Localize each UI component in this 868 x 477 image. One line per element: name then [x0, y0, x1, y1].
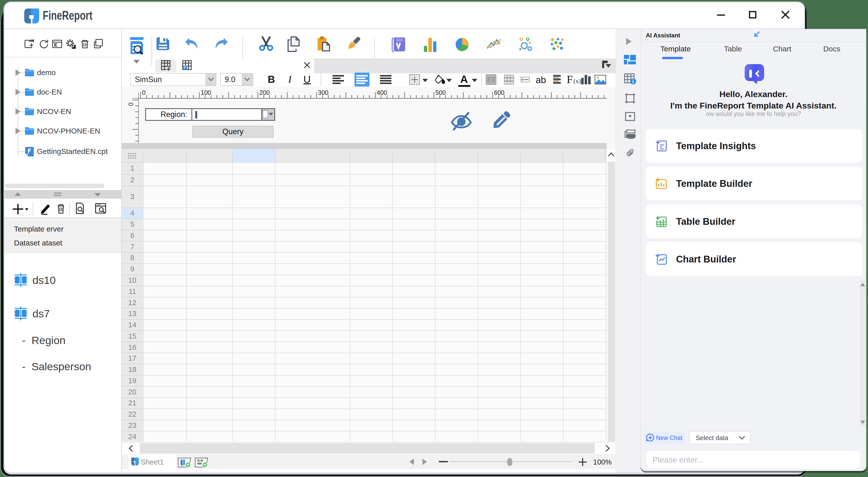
svg-text:16: 16 — [128, 343, 136, 351]
svg-text:24: 24 — [128, 433, 136, 441]
svg-text:10: 10 — [128, 276, 136, 284]
svg-text:200: 200 — [259, 89, 270, 96]
svg-text:500: 500 — [435, 89, 446, 96]
svg-text:11: 11 — [129, 287, 136, 295]
svg-text:3: 3 — [130, 193, 134, 201]
svg-text:20: 20 — [128, 388, 136, 396]
svg-text:22: 22 — [128, 410, 136, 418]
svg-text:21: 21 — [128, 399, 136, 407]
svg-text:15: 15 — [128, 332, 136, 340]
svg-text:7: 7 — [130, 243, 134, 251]
svg-text:0: 0 — [142, 89, 146, 96]
svg-text:2: 2 — [130, 176, 134, 184]
svg-text:8: 8 — [130, 254, 134, 262]
svg-text:100: 100 — [201, 89, 211, 96]
svg-text:19: 19 — [128, 377, 136, 385]
svg-text:400: 400 — [377, 89, 387, 96]
svg-text:17: 17 — [128, 354, 136, 362]
svg-text:600: 600 — [494, 89, 504, 96]
svg-text:4: 4 — [130, 209, 134, 217]
svg-text:13: 13 — [128, 310, 136, 317]
svg-text:5: 5 — [130, 220, 134, 228]
svg-text:9: 9 — [130, 265, 134, 273]
svg-text:6: 6 — [130, 232, 134, 239]
svg-text:14: 14 — [128, 321, 136, 329]
svg-text:18: 18 — [128, 366, 136, 373]
svg-text:12: 12 — [128, 299, 136, 307]
svg-text:300: 300 — [318, 89, 329, 96]
svg-text:23: 23 — [128, 421, 136, 429]
svg-text:1: 1 — [130, 164, 134, 172]
svg-text:2: 2 — [490, 78, 492, 82]
